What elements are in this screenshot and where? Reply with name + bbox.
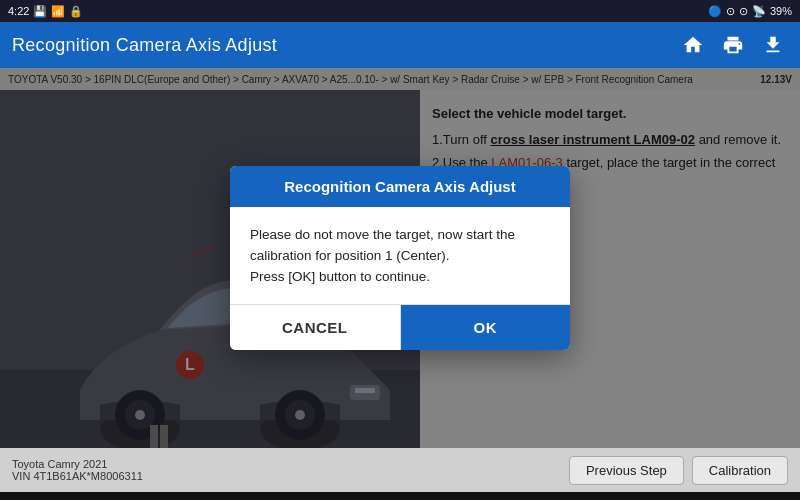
signal-icon: 📶 [51,5,65,18]
dialog-body: Please do not move the target, now start… [230,207,570,304]
calibration-button[interactable]: Calibration [692,456,788,485]
dialog-message: Please do not move the target, now start… [250,227,515,284]
modal-overlay: Recognition Camera Axis Adjust Please do… [0,68,800,448]
vin-number: VIN 4T1B61AK*M8006311 [12,470,143,482]
circle-icon-1: ⊙ [726,5,735,18]
title-bar: Recognition Camera Axis Adjust [0,22,800,68]
dialog-buttons: CANCEL OK [230,304,570,350]
vehicle-name: Toyota Camry 2021 [12,458,143,470]
cancel-button[interactable]: CANCEL [230,305,401,350]
bottom-bar: Toyota Camry 2021 VIN 4T1B61AK*M8006311 … [0,448,800,492]
status-bar-right: 🔵 ⊙ ⊙ 📡 39% [708,5,792,18]
dialog-header: Recognition Camera Axis Adjust [230,166,570,207]
dialog: Recognition Camera Axis Adjust Please do… [230,166,570,350]
status-bar-left: 4:22 💾 📶 🔒 [8,5,83,18]
navigation-bar: ◀ ● ▣ [0,492,800,500]
export-button[interactable] [758,30,788,60]
sd-card-icon: 💾 [33,5,47,18]
wifi-icon: 📡 [752,5,766,18]
print-button[interactable] [718,30,748,60]
home-button[interactable] [678,30,708,60]
battery-display: 39% [770,5,792,17]
previous-step-button[interactable]: Previous Step [569,456,684,485]
bluetooth-icon: 🔵 [708,5,722,18]
bottom-buttons: Previous Step Calibration [569,456,788,485]
page-title: Recognition Camera Axis Adjust [12,35,277,56]
title-bar-icons [678,30,788,60]
status-bar: 4:22 💾 📶 🔒 🔵 ⊙ ⊙ 📡 39% [0,0,800,22]
time-display: 4:22 [8,5,29,17]
circle-icon-2: ⊙ [739,5,748,18]
ok-button[interactable]: OK [401,305,571,350]
vehicle-info: Toyota Camry 2021 VIN 4T1B61AK*M8006311 [12,458,143,482]
lock-icon: 🔒 [69,5,83,18]
